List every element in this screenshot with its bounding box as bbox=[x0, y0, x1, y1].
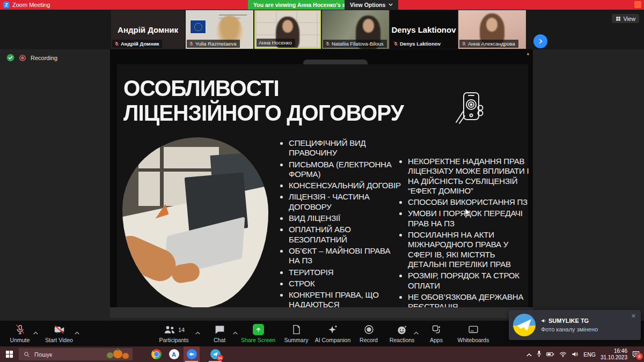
system-tray: ENG 16:46 31.10.2023 8 bbox=[526, 346, 644, 362]
search-input[interactable]: Пошук bbox=[19, 348, 133, 360]
tray-battery-icon[interactable] bbox=[546, 350, 554, 359]
mouse-cursor bbox=[465, 208, 472, 217]
view-options-button[interactable]: View Options bbox=[345, 0, 398, 10]
tray-mic-icon[interactable] bbox=[537, 350, 541, 359]
start-button[interactable] bbox=[0, 346, 18, 362]
record-label: Record bbox=[360, 337, 378, 343]
tray-date: 31.10.2023 bbox=[601, 354, 627, 361]
slide-title: ОСОБЛИВОСТІ ЛІЦЕНЗІЙНОГО ДОГОВОРУ bbox=[123, 76, 404, 125]
presentation-bottom-bar bbox=[110, 307, 533, 318]
ai-companion-icon bbox=[327, 324, 339, 336]
participant-tile-andrii[interactable]: Андрій Домник Андрій Домник bbox=[111, 10, 185, 49]
participants-button[interactable]: 14 Participants bbox=[148, 323, 200, 343]
summary-icon bbox=[291, 324, 302, 335]
participant-label: Nataliia Filatova-Bilous bbox=[323, 40, 387, 48]
video-camera-icon bbox=[189, 351, 195, 357]
recording-label: Recording bbox=[31, 55, 57, 61]
chevron-down-icon bbox=[389, 3, 393, 6]
unmute-label: Unmute bbox=[10, 337, 30, 343]
toast-title: SUMYLIKE TG bbox=[548, 317, 589, 324]
participant-tile-yulia[interactable]: Yulia Razmetaeva bbox=[186, 10, 253, 49]
telegram-notification-toast[interactable]: SUMYLIKE TG Фото каналу змінено ✕ bbox=[509, 310, 641, 340]
taskbar-telegram-icon[interactable]: 34 bbox=[207, 346, 223, 362]
participant-tile-anna-aleksandrova[interactable]: Анна Александрова bbox=[458, 10, 526, 49]
bullet-item: ПИСЬМОВА (ЕЛЕКТРОННА ФОРМА) bbox=[289, 160, 402, 180]
tray-expand-caret[interactable] bbox=[526, 350, 532, 359]
window-titlebar: Z Zoom Meeting You are viewing Анна Носе… bbox=[0, 0, 644, 10]
participants-count: 14 bbox=[178, 327, 185, 333]
windows-taskbar: Пошук A 34 bbox=[0, 346, 644, 362]
mic-muted-icon bbox=[325, 41, 330, 46]
video-options-caret[interactable] bbox=[75, 328, 79, 337]
titlebar-corner-icon[interactable] bbox=[634, 1, 641, 8]
bullet-item: ОБ’ЄКТ – МАЙНОВІ ПРАВА НА ПЗ bbox=[289, 246, 402, 266]
view-layout-button[interactable]: View bbox=[612, 14, 639, 23]
grid-view-icon bbox=[616, 16, 621, 21]
slide-bullets-right: НЕКОРЕКТНЕ НАДАННЯ ПРАВ ЛІЦЕНЗІАТУ МОЖЕ … bbox=[408, 157, 532, 313]
participant-label: Yulia Razmetaeva bbox=[187, 40, 240, 48]
bullet-item: СПЕЦИФІЧНИЙ ВИД ПРАВОЧИНУ bbox=[289, 138, 402, 158]
action-center-icon[interactable]: 8 bbox=[632, 351, 640, 358]
taskbar-zoom-icon[interactable] bbox=[184, 346, 200, 362]
eu-flag-icon bbox=[190, 20, 206, 34]
bullet-item: ТЕРИТОРІЯ bbox=[289, 268, 402, 277]
participant-label: Анна Александрова bbox=[459, 40, 518, 48]
camera-off-icon bbox=[53, 324, 65, 335]
participant-label: Анна Носенко bbox=[257, 39, 295, 47]
apps-label: Apps bbox=[430, 337, 443, 343]
next-participants-button[interactable] bbox=[533, 34, 547, 48]
chevron-right-icon bbox=[537, 38, 544, 45]
window-title: Zoom Meeting bbox=[12, 2, 50, 8]
slide-title-line1: ОСОБЛИВОСТІ bbox=[123, 76, 404, 101]
participant-tile-anna-nosenko[interactable]: Анна Носенко bbox=[254, 10, 321, 49]
pumpkins-decoration bbox=[106, 349, 130, 359]
participant-name-large: Андрій Домник bbox=[118, 25, 178, 34]
taskbar-store-icon[interactable]: A bbox=[166, 346, 182, 362]
recording-dot-icon[interactable] bbox=[19, 54, 26, 62]
presentation-slide: ОСОБЛИВОСТІ ЛІЦЕНЗІЙНОГО ДОГОВОРУ bbox=[117, 64, 528, 307]
mic-muted-icon bbox=[189, 41, 194, 46]
small-status-dot bbox=[527, 53, 529, 55]
zoom-meeting-window: Z Zoom Meeting You are viewing Анна Носе… bbox=[0, 0, 644, 362]
toast-close-button[interactable]: ✕ bbox=[631, 313, 636, 320]
paper-plane-icon bbox=[513, 314, 536, 336]
tray-time: 16:46 bbox=[601, 348, 627, 354]
bullet-item: ПОСИЛАННЯ НА АКТИ МІЖНАРОДНОГО ПРАВА У С… bbox=[408, 230, 532, 269]
slide-title-line2: ЛІЦЕНЗІЙНОГО ДОГОВОРУ bbox=[123, 101, 404, 125]
taskbar-chrome-icon[interactable] bbox=[148, 346, 164, 362]
tray-volume-icon[interactable] bbox=[572, 350, 579, 359]
participant-name-large: Denys Laktionov bbox=[391, 25, 456, 34]
windows-logo-icon bbox=[5, 350, 13, 358]
tray-wifi-icon[interactable] bbox=[559, 350, 567, 359]
bullet-item: НЕКОРЕКТНЕ НАДАННЯ ПРАВ ЛІЦЕНЗІАТУ МОЖЕ … bbox=[408, 157, 532, 196]
zoom-logo-icon: Z bbox=[3, 2, 10, 8]
bullet-item: ОПЛАТНИЙ АБО БЕЗОПЛАТНИЙ bbox=[289, 225, 402, 245]
tray-clock[interactable]: 16:46 31.10.2023 bbox=[601, 348, 627, 361]
search-placeholder: Пошук bbox=[34, 351, 52, 358]
whiteboards-button[interactable]: Whiteboards bbox=[448, 323, 499, 343]
slide-photo bbox=[122, 137, 268, 308]
start-video-label: Start Video bbox=[45, 337, 73, 343]
participant-face bbox=[486, 18, 497, 32]
tray-language[interactable]: ENG bbox=[583, 351, 596, 358]
view-options-label: View Options bbox=[350, 2, 385, 8]
slide-text-line bbox=[219, 14, 247, 16]
bullet-item: ВИД ЛІЦЕНЗІЇ bbox=[289, 213, 402, 223]
view-label: View bbox=[623, 16, 635, 22]
bullet-item: СПОСОБИ ВИКОРИСТАННЯ ПЗ bbox=[408, 197, 532, 207]
summary-label: Summary bbox=[284, 337, 309, 343]
shared-screen-area: ОСОБЛИВОСТІ ЛІЦЕНЗІЙНОГО ДОГОВОРУ bbox=[110, 49, 533, 318]
participant-label: Андрій Домник bbox=[112, 40, 162, 48]
participant-face bbox=[363, 19, 374, 33]
participant-tile-nataliia[interactable]: Nataliia Filatova-Bilous bbox=[322, 10, 389, 49]
bullet-item: КОНСЕНСУАЛЬНИЙ ДОГОВІР bbox=[289, 181, 402, 190]
whiteboards-label: Whiteboards bbox=[458, 337, 489, 343]
share-screen-icon bbox=[253, 324, 264, 335]
participant-tile-denys[interactable]: Denys Laktionov Denys Laktionov bbox=[390, 10, 457, 49]
bullet-item: РОЗМІР, ПОРЯДОК ТА СТРОК ОПЛАТИ bbox=[408, 271, 532, 291]
recording-indicator: Recording bbox=[6, 54, 57, 62]
megaphone-icon bbox=[541, 318, 546, 323]
participants-icon bbox=[163, 324, 176, 335]
chat-label: Chat bbox=[214, 337, 225, 343]
telegram-unread-badge: 34 bbox=[217, 354, 223, 361]
